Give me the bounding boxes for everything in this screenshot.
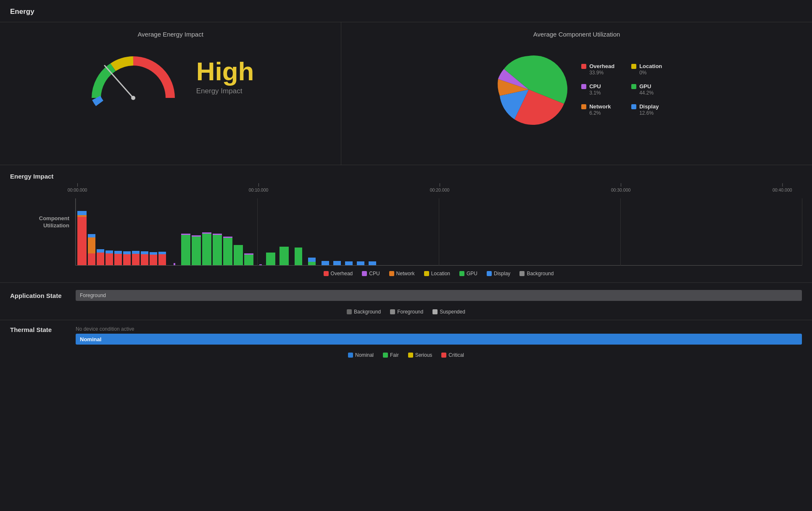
bar-group-disp4 — [357, 261, 364, 265]
energy-impact-section: Energy Impact 00:00.000 00:10.000 00:20.… — [0, 165, 812, 283]
serious-legend: Serious — [408, 352, 432, 358]
app-state-bar-container: Foreground — [76, 290, 802, 301]
bar-group-9 — [150, 252, 157, 265]
display-chart-dot — [487, 271, 492, 276]
bar-chart-area — [75, 198, 802, 266]
bar-group-gpu10 — [295, 248, 302, 265]
svg-point-1 — [131, 96, 135, 100]
legend-overhead: Overhead 33.9% — [581, 63, 614, 76]
display-label: Display — [639, 103, 659, 110]
location-chart-label: Location — [431, 271, 450, 277]
timeline-axis: 00:00.000 00:10.000 00:20.000 00:30.000 … — [77, 183, 802, 195]
bar-group-disp3 — [345, 261, 353, 265]
nominal-legend-dot — [348, 353, 353, 358]
thermal-state-section: Thermal State No device condition active… — [0, 320, 812, 365]
bar-group-cpu1 — [174, 263, 175, 265]
gpu-label: GPU — [639, 83, 651, 90]
time-label-3: 00:30.000 — [611, 187, 631, 192]
bar-group-gpu9 — [279, 247, 289, 265]
top-section: Average Energy Impact — [0, 22, 812, 165]
location-chart-dot — [424, 271, 429, 276]
network-dot — [581, 104, 586, 109]
bar-group-10 — [158, 252, 166, 265]
cpu-label: CPU — [589, 83, 601, 90]
nominal-legend-label: Nominal — [355, 352, 374, 358]
susp-legend-dot — [432, 309, 438, 314]
bar-group-gpu4 — [213, 234, 222, 265]
thermal-note: No device condition active — [76, 326, 802, 332]
serious-legend-label: Serious — [415, 352, 432, 358]
legend-grid: Overhead 33.9% Location 0% CPU — [581, 63, 664, 116]
avg-component-panel: Average Component Utilization — [341, 22, 812, 165]
gpu-dot — [631, 84, 636, 89]
energy-label: High Energy Impact — [196, 58, 254, 95]
time-label-0: 00:00.000 — [68, 187, 87, 192]
bar-group-6 — [123, 251, 131, 265]
thermal-state-row: Thermal State No device condition active… — [0, 326, 812, 348]
display-chart-label: Display — [494, 271, 510, 277]
bar-group-8 — [141, 251, 148, 265]
avg-energy-panel: Average Energy Impact — [0, 22, 341, 165]
background-chart-label: Background — [527, 271, 554, 277]
network-label: Network — [589, 103, 611, 110]
bar-group-gpu3 — [202, 232, 211, 265]
legend-cpu: CPU 3.1% — [581, 83, 614, 96]
serious-legend-dot — [408, 353, 413, 358]
network-chart-dot — [389, 271, 394, 276]
app-state-row: Application State Foreground — [0, 289, 812, 306]
gauge-svg — [87, 50, 179, 104]
foreground-bar: Foreground — [76, 290, 802, 301]
chart-area: ComponentUtilization — [10, 198, 802, 266]
critical-legend-dot — [441, 353, 446, 358]
background-chart-dot — [519, 271, 525, 276]
gpu-pct: 44.2% — [639, 90, 664, 96]
fg-legend: Foreground — [390, 309, 423, 315]
overhead-dot — [581, 64, 586, 69]
nominal-bar: Nominal — [76, 334, 802, 345]
bg-legend-label: Background — [354, 309, 381, 315]
thermal-bar-container: No device condition active Nominal — [76, 326, 802, 345]
nominal-bar-text: Nominal — [80, 336, 101, 342]
overhead-pct: 33.9% — [589, 70, 614, 76]
bar-group-gpu8 — [266, 253, 275, 265]
svg-line-0 — [105, 66, 133, 98]
bar-group-disp1 — [322, 261, 329, 265]
time-label-1: 00:10.000 — [249, 187, 269, 192]
location-pct: 0% — [639, 70, 664, 76]
critical-legend: Critical — [441, 352, 464, 358]
critical-legend-label: Critical — [448, 352, 464, 358]
legend-display-chart: Display — [487, 271, 510, 277]
bar-group-gpu2 — [192, 235, 201, 265]
foreground-bar-text: Foreground — [80, 292, 106, 298]
gpu-chart-label: GPU — [467, 271, 477, 277]
legend-network-chart: Network — [389, 271, 415, 277]
bar-group-gpu1 — [181, 234, 190, 265]
legend-location-chart: Location — [424, 271, 450, 277]
app-state-section: Application State Foreground Background … — [0, 283, 812, 320]
bar-group-disp5 — [369, 261, 376, 265]
energy-subtitle: Energy Impact — [196, 87, 254, 95]
time-label-2: 00:20.000 — [430, 187, 450, 192]
legend-cpu-chart: CPU — [362, 271, 380, 277]
legend-location: Location 0% — [631, 63, 664, 76]
fair-legend-label: Fair — [390, 352, 399, 358]
bar-group-4 — [105, 250, 113, 265]
susp-legend-label: Suspended — [440, 309, 465, 315]
overhead-chart-label: Overhead — [331, 271, 353, 277]
chart-y-label: ComponentUtilization — [10, 198, 75, 229]
gauge-container: High Energy Impact — [87, 50, 254, 104]
pie-chart — [489, 50, 569, 129]
energy-impact-label: Energy Impact — [10, 173, 802, 180]
bar-group-gpu7 — [244, 253, 253, 265]
display-pct: 12.6% — [639, 110, 664, 116]
time-label-4: 00:40.000 — [772, 187, 792, 192]
legend-gpu-chart: GPU — [459, 271, 477, 277]
legend-background-chart: Background — [519, 271, 554, 277]
chart-legend: Overhead CPU Network Location GPU Displa… — [75, 266, 802, 282]
cpu-pct: 3.1% — [589, 90, 614, 96]
bar-group-3 — [97, 249, 104, 265]
network-pct: 6.2% — [589, 110, 614, 116]
bg-legend-dot — [347, 309, 352, 314]
avg-energy-title: Average Energy Impact — [137, 31, 203, 38]
nominal-legend: Nominal — [348, 352, 374, 358]
